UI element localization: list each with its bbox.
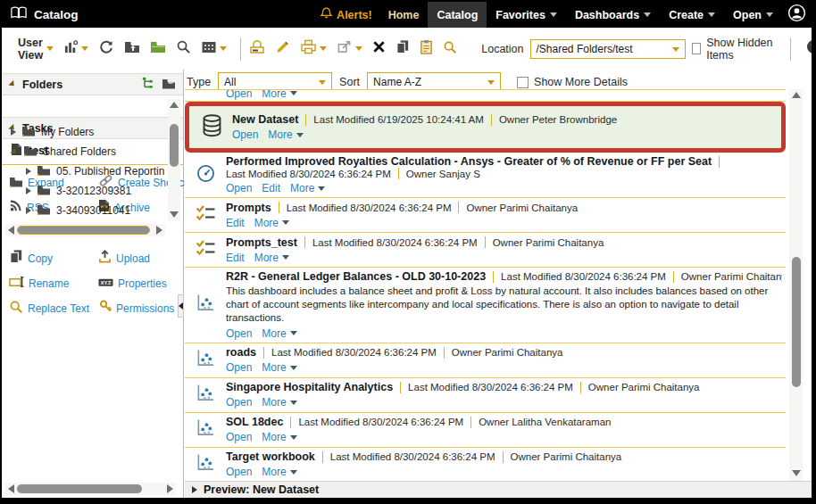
expanded-triangle-icon[interactable] bbox=[10, 147, 18, 155]
action-link-open[interactable]: Open bbox=[226, 466, 252, 478]
edit-item-button[interactable] bbox=[275, 39, 290, 58]
scrollbar-thumb[interactable] bbox=[792, 257, 801, 387]
nav-item-home[interactable]: Home bbox=[379, 2, 429, 28]
folder-tree-item-05-published-reportin[interactable]: 05. Published Reportin bbox=[2, 161, 164, 181]
scroll-down-arrow[interactable] bbox=[170, 211, 179, 218]
sidebar-horizontal-scrollbar[interactable] bbox=[5, 483, 176, 495]
nav-item-catalog[interactable]: Catalog bbox=[428, 2, 487, 28]
action-link-more[interactable]: More bbox=[262, 431, 296, 443]
show-more-details-checkbox[interactable]: Show More Details bbox=[517, 76, 628, 88]
view-options-button[interactable] bbox=[201, 40, 227, 58]
user-avatar-button[interactable] bbox=[787, 4, 806, 26]
change-list-view-button[interactable] bbox=[63, 39, 88, 58]
list-item-target-workbook[interactable]: Target workbookLast Modified 8/30/2024 6… bbox=[185, 448, 786, 482]
folder-tree-item-my-folders[interactable]: My Folders bbox=[2, 122, 164, 142]
list-vertical-scrollbar[interactable] bbox=[789, 89, 803, 482]
quick-search-button[interactable] bbox=[443, 40, 457, 58]
action-link-more[interactable]: More bbox=[262, 90, 296, 100]
action-link-more[interactable]: More bbox=[254, 252, 289, 264]
show-hidden-items-checkbox[interactable]: Show Hidden Items bbox=[692, 37, 781, 62]
action-link-label: More bbox=[262, 361, 286, 374]
export-button[interactable] bbox=[337, 39, 362, 58]
separator bbox=[458, 202, 459, 213]
alerts-button[interactable]: Alerts! bbox=[312, 2, 379, 28]
action-link-open[interactable]: Open bbox=[226, 361, 252, 374]
action-link-more[interactable]: More bbox=[268, 128, 303, 141]
action-link-more[interactable]: More bbox=[254, 217, 289, 229]
scroll-up-arrow[interactable] bbox=[170, 102, 179, 108]
folders-vertical-scrollbar[interactable] bbox=[168, 99, 180, 220]
list-item-sol-18dec[interactable]: SOL 18decLast Modified 8/30/2024 6:36:24… bbox=[185, 413, 786, 448]
list-item-singapore-hospitality-analytics[interactable]: Singapore Hospitality AnalyticsLast Modi… bbox=[185, 378, 786, 413]
collapsed-triangle-icon[interactable] bbox=[26, 168, 31, 175]
folder-tree-item-shared-folders[interactable]: Shared Folders bbox=[2, 142, 164, 161]
list-item-performed-improved-royalties-calculation-ansys-greater-of-of-revenue-or-ff-per-seat[interactable]: Performed Improved Royalties Calculation… bbox=[185, 153, 786, 198]
scroll-right-arrow[interactable] bbox=[167, 484, 173, 493]
scrollbar-thumb[interactable] bbox=[17, 484, 142, 493]
up-folder-button[interactable] bbox=[124, 40, 140, 57]
task-link-rename[interactable]: Rename bbox=[9, 276, 96, 292]
action-link-more[interactable]: More bbox=[262, 361, 296, 374]
nav-item-create[interactable]: Create bbox=[660, 2, 724, 28]
folders-panel-header[interactable]: Folders bbox=[2, 73, 183, 95]
chevron-down-icon bbox=[644, 12, 651, 17]
action-link-open[interactable]: Open bbox=[232, 128, 258, 141]
action-link-edit[interactable]: Edit bbox=[226, 252, 245, 264]
action-link-open[interactable]: Open bbox=[226, 327, 252, 340]
workbook-icon bbox=[196, 453, 216, 475]
item-owner: Owner Parimi Chaitanya bbox=[466, 202, 578, 213]
action-link-more[interactable]: More bbox=[262, 466, 296, 478]
paste-item-button[interactable] bbox=[420, 39, 433, 58]
delete-item-button[interactable] bbox=[372, 40, 386, 57]
folders-horizontal-scrollbar[interactable] bbox=[5, 224, 165, 236]
search-button[interactable] bbox=[176, 39, 191, 58]
action-link-open[interactable]: Open bbox=[226, 431, 252, 443]
folder-icon[interactable] bbox=[162, 77, 176, 93]
action-link-open[interactable]: Open bbox=[226, 396, 252, 409]
list-item-prompts-test[interactable]: Prompts_testLast Modified 8/30/2024 6:36… bbox=[185, 233, 786, 268]
user-view-menu-label: User View bbox=[18, 37, 44, 62]
action-link-more[interactable]: More bbox=[290, 182, 325, 194]
scrollbar-thumb[interactable] bbox=[170, 124, 179, 167]
action-link-more[interactable]: More bbox=[262, 327, 296, 340]
nav-item-open[interactable]: Open bbox=[724, 2, 782, 28]
tree-view-icon[interactable] bbox=[141, 77, 154, 93]
scroll-down-arrow[interactable] bbox=[792, 470, 801, 476]
task-link-upload[interactable]: Upload bbox=[98, 249, 193, 268]
help-button[interactable]: ? bbox=[806, 39, 812, 58]
scroll-left-arrow[interactable] bbox=[8, 226, 14, 235]
list-item-new-dataset[interactable]: New DatasetLast Modified 6/19/2025 10:24… bbox=[185, 102, 786, 153]
list-item-roads[interactable]: roadsLast Modified 8/30/2024 6:36:24 PMO… bbox=[185, 343, 786, 378]
user-view-menu-button[interactable]: User View bbox=[18, 37, 54, 62]
scroll-up-arrow[interactable] bbox=[792, 92, 801, 98]
collapsed-triangle-icon[interactable] bbox=[26, 187, 31, 194]
action-link-edit[interactable]: Edit bbox=[226, 217, 245, 229]
list-item-r2r-general-ledger-balances-old-30-10-2023[interactable]: R2R - General Ledger Balances - OLD 30-1… bbox=[185, 268, 786, 343]
action-link-edit[interactable]: Edit bbox=[262, 182, 280, 194]
sidebar-collapse-handle[interactable] bbox=[178, 294, 184, 318]
task-link-properties[interactable]: XYZProperties bbox=[98, 276, 193, 292]
collapsed-triangle-icon[interactable] bbox=[26, 207, 31, 214]
copy-item-button[interactable] bbox=[396, 39, 410, 58]
folder-tree-item-3-34093011041[interactable]: 3-34093011041 bbox=[2, 201, 164, 220]
nav-item-dashboards[interactable]: Dashboards bbox=[566, 2, 660, 28]
print-button[interactable] bbox=[300, 39, 327, 58]
new-folder-button[interactable] bbox=[150, 40, 166, 57]
nav-item-favorites[interactable]: Favorites bbox=[487, 2, 566, 28]
action-link-more[interactable]: More bbox=[262, 396, 296, 409]
task-link-copy[interactable]: Copy bbox=[9, 249, 96, 268]
scrollbar-thumb[interactable] bbox=[17, 226, 150, 235]
preview-bar[interactable]: Preview: New Dataset bbox=[185, 481, 812, 498]
folder-icon bbox=[21, 124, 36, 140]
refresh-button[interactable] bbox=[98, 39, 114, 59]
action-link-open[interactable]: Open bbox=[226, 90, 252, 100]
task-link-replace-text[interactable]: Replace Text bbox=[9, 300, 96, 318]
folder-tree-item-3-32012309381[interactable]: 3-32012309381 bbox=[2, 181, 164, 201]
action-link-open[interactable]: Open bbox=[226, 182, 252, 194]
location-dropdown[interactable]: /Shared Folders/test bbox=[530, 39, 686, 59]
scroll-left-arrow[interactable] bbox=[8, 484, 14, 493]
list-item-prompts[interactable]: PromptsLast Modified 8/30/2024 6:36:24 P… bbox=[185, 198, 786, 233]
scroll-right-arrow[interactable] bbox=[156, 226, 162, 235]
open-item-button[interactable] bbox=[249, 40, 265, 58]
chevron-down-icon bbox=[290, 401, 297, 405]
